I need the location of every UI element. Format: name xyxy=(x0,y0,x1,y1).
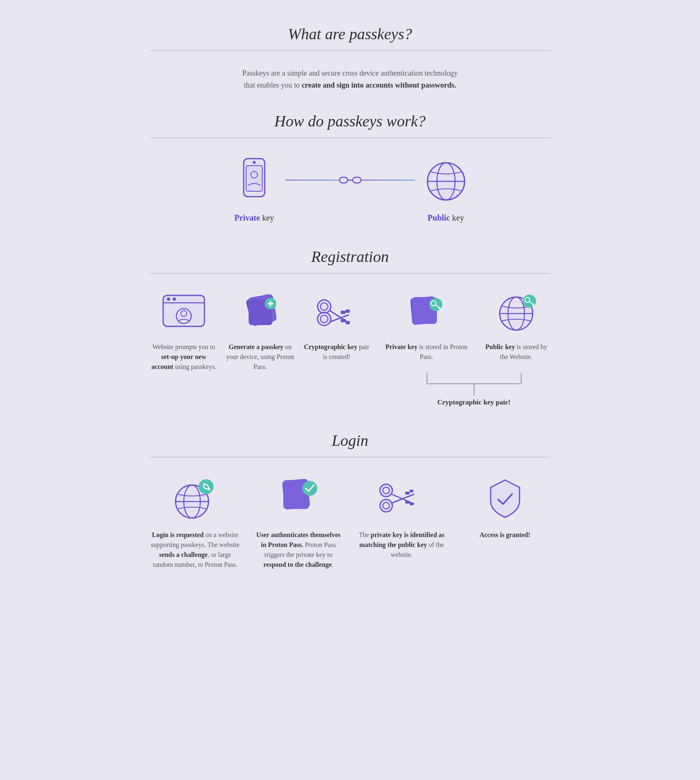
connector-line-right xyxy=(361,180,415,181)
login-step-2-text: User authenticates themselves in Proton … xyxy=(253,530,344,570)
how-title: How do passkeys work? xyxy=(150,112,551,130)
page-container: What are passkeys? Passkeys are a simple… xyxy=(133,0,567,619)
svg-point-22 xyxy=(318,300,331,313)
svg-point-15 xyxy=(173,297,176,301)
svg-point-55 xyxy=(302,481,317,496)
svg-rect-31 xyxy=(346,309,350,313)
reg-step-3: Cryptographic key pair is created! xyxy=(303,290,371,362)
svg-rect-26 xyxy=(346,321,350,324)
reg-step-5: Public key is stored by the Website. xyxy=(482,290,551,362)
generate-passkey-icon xyxy=(235,290,285,335)
registration-divider xyxy=(150,273,551,273)
svg-point-50 xyxy=(199,479,214,494)
svg-point-61 xyxy=(380,499,392,512)
reg-steps: Website prompts you to set-up your new a… xyxy=(150,290,551,407)
link-icon xyxy=(339,174,361,186)
svg-point-14 xyxy=(167,297,170,301)
reg-step-2: Generate a passkey on your device, using… xyxy=(226,290,294,372)
website-prompt-icon xyxy=(159,290,209,335)
key-pair-diagram: Private key xyxy=(150,155,551,223)
connector-line-left xyxy=(285,180,339,181)
key-connector xyxy=(285,174,415,186)
reg-step-1: Website prompts you to set-up your new a… xyxy=(150,290,218,372)
svg-rect-38 xyxy=(439,308,441,309)
svg-point-56 xyxy=(380,484,392,497)
public-key-item: Public key xyxy=(423,155,469,223)
svg-rect-4 xyxy=(339,177,348,183)
login-step-3: The private key is identified as matchin… xyxy=(356,474,447,560)
crypto-bracket: Cryptographic key pair! xyxy=(379,373,474,407)
reg-step-4-text: Private key is stored in Proton Pass. xyxy=(379,342,474,362)
reg-step-4: Private key is stored in Proton Pass. Cr… xyxy=(379,290,474,407)
login-step-4: Access is granted! xyxy=(460,474,551,540)
reg-step-5-text: Public key is stored by the Website. xyxy=(482,342,551,362)
crypto-keys-icon xyxy=(312,290,361,335)
registration-title: Registration xyxy=(150,247,551,266)
private-key-label: Private key xyxy=(234,213,274,223)
public-key-stored-icon xyxy=(491,290,541,335)
authenticate-icon xyxy=(272,474,325,523)
login-steps: Login is requested on a website supporti… xyxy=(150,474,551,570)
main-title: What are passkeys? xyxy=(150,25,551,43)
key-pair-section: Private key xyxy=(150,155,551,223)
public-key-label: Public key xyxy=(427,213,464,223)
svg-rect-45 xyxy=(532,304,534,305)
login-step-1-text: Login is requested on a website supporti… xyxy=(150,530,241,570)
login-section: Login is requested on a website supporti… xyxy=(150,474,551,570)
intro-text: Passkeys are a simple and secure cross d… xyxy=(150,67,551,91)
svg-rect-37 xyxy=(438,307,440,308)
access-granted-icon xyxy=(478,474,532,523)
login-step-3-text: The private key is identified as matchin… xyxy=(356,530,447,560)
login-step-2: User authenticates themselves in Proton … xyxy=(253,474,344,570)
how-divider xyxy=(150,138,551,138)
svg-rect-60 xyxy=(410,502,413,505)
login-divider xyxy=(150,457,551,457)
bracket-top xyxy=(427,373,522,384)
svg-rect-5 xyxy=(353,177,361,183)
bracket-label: Cryptographic key pair! xyxy=(437,398,511,407)
reg-step-3-text: Cryptographic key pair is created! xyxy=(303,342,371,362)
svg-point-27 xyxy=(318,312,331,326)
public-key-icon xyxy=(423,155,469,208)
svg-rect-59 xyxy=(405,501,410,504)
private-key-item: Private key xyxy=(232,155,277,223)
svg-rect-25 xyxy=(341,319,346,322)
svg-rect-46 xyxy=(533,305,534,306)
svg-point-1 xyxy=(253,161,256,164)
reg-step-1-text: Website prompts you to set-up your new a… xyxy=(150,342,218,372)
svg-rect-64 xyxy=(405,492,410,495)
login-title: Login xyxy=(150,431,551,449)
key-match-icon xyxy=(375,474,429,523)
registration-section: Website prompts you to set-up your new a… xyxy=(150,290,551,407)
login-step-4-text: Access is granted! xyxy=(479,530,530,540)
bracket-arrow xyxy=(474,384,475,396)
reg-step-2-text: Generate a passkey on your device, using… xyxy=(226,342,294,372)
login-requested-icon xyxy=(168,474,222,523)
svg-rect-65 xyxy=(410,490,413,492)
private-key-stored-icon xyxy=(402,290,451,335)
svg-rect-30 xyxy=(341,311,346,314)
login-step-1: Login is requested on a website supporti… xyxy=(150,474,241,570)
title-divider xyxy=(150,50,551,51)
private-key-icon xyxy=(232,155,277,208)
